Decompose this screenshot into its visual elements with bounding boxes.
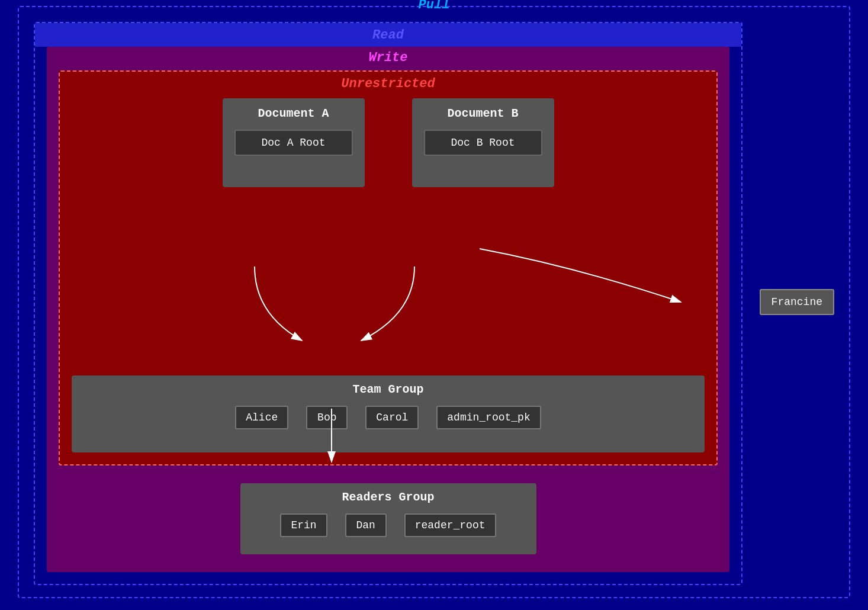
pull-label: Pull xyxy=(419,0,450,12)
team-group-box: Team Group Alice Bob Carol admin_root_pk xyxy=(72,375,705,452)
document-a-title: Document A xyxy=(234,107,353,120)
doc-a-root-box: Doc A Root xyxy=(234,130,353,156)
member-alice: Alice xyxy=(235,406,288,429)
read-label: Read xyxy=(372,28,404,43)
member-reader-root: reader_root xyxy=(404,513,496,537)
readers-group-box: Readers Group Erin Dan reader_root xyxy=(240,483,536,554)
read-header: Read xyxy=(35,23,741,47)
doc-b-root-box: Doc B Root xyxy=(424,130,542,156)
readers-members-list: Erin Dan reader_root xyxy=(252,513,525,537)
readers-group-title: Readers Group xyxy=(252,490,525,504)
doc-b-root-label: Doc B Root xyxy=(451,137,515,149)
francine-box: Francine xyxy=(760,289,834,315)
documents-area: Document A Doc A Root Document B Doc B R… xyxy=(60,98,716,187)
document-b-title: Document B xyxy=(424,107,542,120)
member-erin: Erin xyxy=(280,513,327,537)
member-dan: Dan xyxy=(345,513,387,537)
unrestricted-label: Unrestricted xyxy=(341,76,435,91)
member-carol: Carol xyxy=(365,406,419,429)
francine-label: Francine xyxy=(771,296,822,308)
member-admin-root-pk: admin_root_pk xyxy=(436,406,541,429)
read-container: Read Write Unrestricted Document A Doc A… xyxy=(34,22,742,585)
document-a-box: Document A Doc A Root xyxy=(223,98,365,187)
team-group-title: Team Group xyxy=(83,383,693,396)
document-b-box: Document B Doc B Root xyxy=(412,98,554,187)
team-members-list: Alice Bob Carol admin_root_pk xyxy=(83,406,693,429)
pull-container: Pull Read Write Unrestricted Document A … xyxy=(18,6,850,598)
doc-a-root-label: Doc A Root xyxy=(261,137,325,149)
write-container: Write Unrestricted Document A Doc A Root xyxy=(47,47,729,572)
unrestricted-container: Unrestricted Document A Doc A Root Docum… xyxy=(59,70,718,465)
write-label: Write xyxy=(368,50,407,65)
member-bob: Bob xyxy=(306,406,348,429)
